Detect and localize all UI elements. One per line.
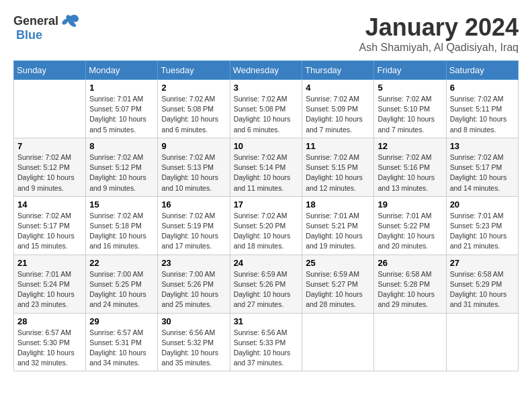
calendar-body: 1Sunrise: 7:01 AMSunset: 5:07 PMDaylight… [14,80,519,371]
day-info: Sunrise: 7:02 AMSunset: 5:18 PMDaylight:… [89,211,154,252]
day-number: 7 [17,141,82,151]
day-number: 17 [234,199,299,210]
calendar-header: SundayMondayTuesdayWednesdayThursdayFrid… [14,61,519,80]
day-info: Sunrise: 6:56 AMSunset: 5:32 PMDaylight:… [161,328,226,369]
day-cell: 2Sunrise: 7:02 AMSunset: 5:08 PMDaylight… [158,80,230,138]
day-number: 29 [89,316,154,326]
header-tuesday: Tuesday [158,61,230,80]
day-info: Sunrise: 7:02 AMSunset: 5:08 PMDaylight:… [234,94,299,135]
header-wednesday: Wednesday [230,61,302,80]
day-info: Sunrise: 7:01 AMSunset: 5:24 PMDaylight:… [17,269,82,310]
day-cell: 5Sunrise: 7:02 AMSunset: 5:10 PMDaylight… [374,80,446,138]
day-info: Sunrise: 6:58 AMSunset: 5:28 PMDaylight:… [378,269,442,310]
day-info: Sunrise: 7:02 AMSunset: 5:17 PMDaylight:… [450,152,515,193]
week-row-4: 21Sunrise: 7:01 AMSunset: 5:24 PMDayligh… [14,255,519,313]
day-cell: 31Sunrise: 6:56 AMSunset: 5:33 PMDayligh… [230,313,302,371]
day-cell: 14Sunrise: 7:02 AMSunset: 5:17 PMDayligh… [14,196,86,255]
day-cell: 24Sunrise: 6:59 AMSunset: 5:26 PMDayligh… [230,255,302,313]
page-header: General Blue January 2024 Ash Shamiyah, … [13,13,519,54]
day-cell: 6Sunrise: 7:02 AMSunset: 5:11 PMDaylight… [446,80,518,138]
day-number: 16 [161,199,226,210]
day-cell: 9Sunrise: 7:02 AMSunset: 5:13 PMDaylight… [158,138,230,196]
day-info: Sunrise: 6:56 AMSunset: 5:33 PMDaylight:… [234,328,299,369]
header-sunday: Sunday [14,61,86,80]
day-cell [302,313,374,371]
day-number: 28 [17,316,82,326]
day-cell: 13Sunrise: 7:02 AMSunset: 5:17 PMDayligh… [446,138,518,196]
day-info: Sunrise: 6:57 AMSunset: 5:31 PMDaylight:… [89,328,154,369]
day-cell: 25Sunrise: 6:59 AMSunset: 5:27 PMDayligh… [302,255,374,313]
day-cell: 17Sunrise: 7:02 AMSunset: 5:20 PMDayligh… [230,196,302,255]
day-number: 12 [378,141,442,151]
month-title: January 2024 [359,13,519,42]
week-row-3: 14Sunrise: 7:02 AMSunset: 5:17 PMDayligh… [14,196,519,255]
logo-general-text: General [13,14,58,28]
day-info: Sunrise: 6:59 AMSunset: 5:27 PMDaylight:… [306,269,370,310]
day-number: 20 [450,199,515,210]
day-number: 11 [306,141,370,151]
header-friday: Friday [374,61,446,80]
day-cell: 19Sunrise: 7:01 AMSunset: 5:22 PMDayligh… [374,196,446,255]
logo: General Blue [13,13,80,42]
day-cell: 28Sunrise: 6:57 AMSunset: 5:30 PMDayligh… [14,313,86,371]
day-info: Sunrise: 7:02 AMSunset: 5:11 PMDaylight:… [450,94,515,135]
day-cell: 20Sunrise: 7:01 AMSunset: 5:23 PMDayligh… [446,196,518,255]
day-info: Sunrise: 6:57 AMSunset: 5:30 PMDaylight:… [17,328,82,369]
day-cell: 10Sunrise: 7:02 AMSunset: 5:14 PMDayligh… [230,138,302,196]
day-number: 24 [234,258,299,268]
header-monday: Monday [86,61,158,80]
day-info: Sunrise: 7:02 AMSunset: 5:13 PMDaylight:… [161,152,226,193]
day-cell: 7Sunrise: 7:02 AMSunset: 5:12 PMDaylight… [14,138,86,196]
day-cell: 3Sunrise: 7:02 AMSunset: 5:08 PMDaylight… [230,80,302,138]
logo-bird-icon [61,13,80,28]
day-info: Sunrise: 7:00 AMSunset: 5:26 PMDaylight:… [161,269,226,310]
day-number: 3 [234,83,299,93]
day-number: 4 [306,83,370,93]
day-number: 9 [161,141,226,151]
day-info: Sunrise: 7:02 AMSunset: 5:08 PMDaylight:… [161,94,226,135]
day-info: Sunrise: 7:02 AMSunset: 5:19 PMDaylight:… [161,211,226,252]
logo-blue-text: Blue [16,28,42,42]
day-cell: 12Sunrise: 7:02 AMSunset: 5:16 PMDayligh… [374,138,446,196]
header-saturday: Saturday [446,61,518,80]
day-number: 30 [161,316,226,326]
day-number: 19 [378,199,442,210]
day-number: 2 [161,83,226,93]
day-number: 13 [450,141,515,151]
week-row-1: 1Sunrise: 7:01 AMSunset: 5:07 PMDaylight… [14,80,519,138]
day-info: Sunrise: 6:59 AMSunset: 5:26 PMDaylight:… [234,269,299,310]
day-info: Sunrise: 6:58 AMSunset: 5:29 PMDaylight:… [450,269,515,310]
location: Ash Shamiyah, Al Qadisiyah, Iraq [359,42,519,54]
day-cell: 8Sunrise: 7:02 AMSunset: 5:12 PMDaylight… [86,138,158,196]
day-info: Sunrise: 7:02 AMSunset: 5:14 PMDaylight:… [234,152,299,193]
day-cell: 22Sunrise: 7:00 AMSunset: 5:25 PMDayligh… [86,255,158,313]
day-number: 21 [17,258,82,268]
calendar-table: SundayMondayTuesdayWednesdayThursdayFrid… [13,60,519,371]
day-number: 31 [234,316,299,326]
day-cell: 23Sunrise: 7:00 AMSunset: 5:26 PMDayligh… [158,255,230,313]
day-info: Sunrise: 7:02 AMSunset: 5:20 PMDaylight:… [234,211,299,252]
day-cell: 21Sunrise: 7:01 AMSunset: 5:24 PMDayligh… [14,255,86,313]
day-cell: 30Sunrise: 6:56 AMSunset: 5:32 PMDayligh… [158,313,230,371]
week-row-2: 7Sunrise: 7:02 AMSunset: 5:12 PMDaylight… [14,138,519,196]
day-number: 23 [161,258,226,268]
day-info: Sunrise: 7:02 AMSunset: 5:15 PMDaylight:… [306,152,370,193]
day-number: 6 [450,83,515,93]
day-cell: 18Sunrise: 7:01 AMSunset: 5:21 PMDayligh… [302,196,374,255]
day-cell: 1Sunrise: 7:01 AMSunset: 5:07 PMDaylight… [86,80,158,138]
day-cell: 16Sunrise: 7:02 AMSunset: 5:19 PMDayligh… [158,196,230,255]
day-info: Sunrise: 7:02 AMSunset: 5:12 PMDaylight:… [89,152,154,193]
day-cell: 15Sunrise: 7:02 AMSunset: 5:18 PMDayligh… [86,196,158,255]
day-number: 5 [378,83,442,93]
day-info: Sunrise: 7:02 AMSunset: 5:16 PMDaylight:… [378,152,442,193]
day-cell [374,313,446,371]
day-info: Sunrise: 7:00 AMSunset: 5:25 PMDaylight:… [89,269,154,310]
day-cell: 26Sunrise: 6:58 AMSunset: 5:28 PMDayligh… [374,255,446,313]
day-cell: 29Sunrise: 6:57 AMSunset: 5:31 PMDayligh… [86,313,158,371]
day-info: Sunrise: 7:01 AMSunset: 5:07 PMDaylight:… [89,94,154,135]
day-info: Sunrise: 7:02 AMSunset: 5:12 PMDaylight:… [17,152,82,193]
week-row-5: 28Sunrise: 6:57 AMSunset: 5:30 PMDayligh… [14,313,519,371]
header-thursday: Thursday [302,61,374,80]
title-section: January 2024 Ash Shamiyah, Al Qadisiyah,… [359,13,519,54]
day-info: Sunrise: 7:01 AMSunset: 5:22 PMDaylight:… [378,211,442,252]
